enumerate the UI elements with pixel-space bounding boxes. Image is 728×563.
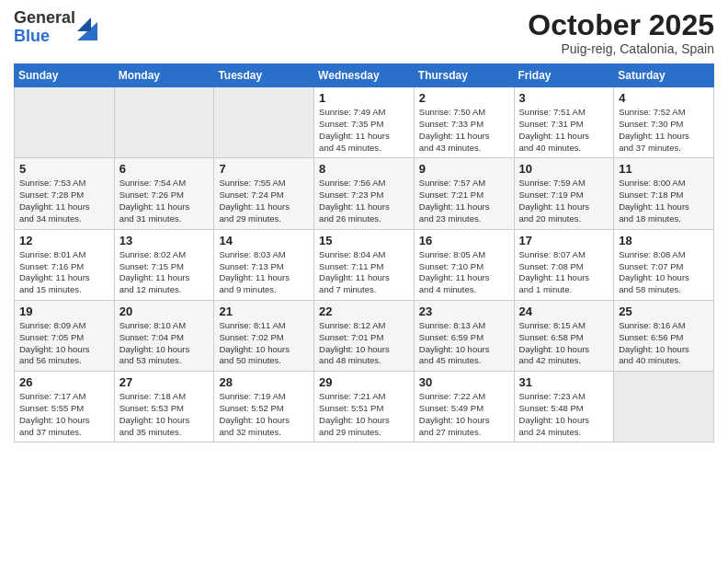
- day-number: 19: [19, 304, 109, 318]
- day-detail: Sunrise: 7:55 AMSunset: 7:24 PMDaylight:…: [219, 178, 309, 224]
- calendar-day-15: 15Sunrise: 8:04 AMSunset: 7:11 PMDayligh…: [314, 229, 415, 300]
- calendar-day-3: 3Sunrise: 7:51 AMSunset: 7:31 PMDaylight…: [514, 87, 614, 158]
- location: Puig-reig, Catalonia, Spain: [528, 41, 714, 56]
- calendar-day-16: 16Sunrise: 8:05 AMSunset: 7:10 PMDayligh…: [414, 229, 514, 300]
- day-number: 16: [419, 234, 509, 247]
- day-number: 15: [319, 234, 409, 247]
- weekday-header-sunday: Sunday: [15, 64, 115, 87]
- day-detail: Sunrise: 7:50 AMSunset: 7:33 PMDaylight:…: [419, 107, 509, 154]
- calendar-day-30: 30Sunrise: 7:22 AMSunset: 5:49 PMDayligh…: [414, 372, 514, 442]
- day-number: 3: [519, 91, 609, 105]
- header: General Blue October 2025 Puig-reig, Cat…: [14, 9, 714, 56]
- day-number: 11: [619, 162, 709, 176]
- calendar-day-7: 7Sunrise: 7:55 AMSunset: 7:24 PMDaylight…: [214, 158, 314, 229]
- calendar-day-11: 11Sunrise: 8:00 AMSunset: 7:18 PMDayligh…: [614, 158, 714, 229]
- weekday-header-thursday: Thursday: [414, 64, 514, 87]
- day-detail: Sunrise: 8:03 AMSunset: 7:13 PMDaylight:…: [219, 249, 309, 296]
- day-detail: Sunrise: 7:22 AMSunset: 5:49 PMDaylight:…: [419, 391, 509, 438]
- day-number: 7: [219, 162, 309, 176]
- day-detail: Sunrise: 7:23 AMSunset: 5:48 PMDaylight:…: [519, 391, 609, 438]
- calendar-day-9: 9Sunrise: 7:57 AMSunset: 7:21 PMDaylight…: [414, 158, 514, 229]
- day-number: 22: [319, 304, 409, 318]
- day-detail: Sunrise: 7:17 AMSunset: 5:55 PMDaylight:…: [19, 391, 109, 438]
- day-number: 28: [219, 375, 309, 389]
- calendar-day-24: 24Sunrise: 8:15 AMSunset: 6:58 PMDayligh…: [514, 300, 614, 371]
- day-number: 4: [619, 91, 709, 105]
- day-number: 26: [19, 375, 109, 389]
- day-number: 27: [119, 375, 210, 389]
- day-number: 31: [519, 375, 609, 389]
- calendar-day-17: 17Sunrise: 8:07 AMSunset: 7:08 PMDayligh…: [514, 229, 614, 300]
- month-title: October 2025: [528, 9, 714, 41]
- day-detail: Sunrise: 7:51 AMSunset: 7:31 PMDaylight:…: [519, 107, 609, 154]
- day-detail: Sunrise: 8:08 AMSunset: 7:07 PMDaylight:…: [619, 249, 709, 296]
- logo-text: General Blue: [14, 9, 75, 46]
- calendar-day-14: 14Sunrise: 8:03 AMSunset: 7:13 PMDayligh…: [214, 229, 314, 300]
- calendar-day-10: 10Sunrise: 7:59 AMSunset: 7:19 PMDayligh…: [514, 158, 614, 229]
- calendar-day-13: 13Sunrise: 8:02 AMSunset: 7:15 PMDayligh…: [114, 229, 214, 300]
- day-number: 18: [619, 234, 709, 247]
- day-detail: Sunrise: 7:52 AMSunset: 7:30 PMDaylight:…: [619, 107, 709, 154]
- day-detail: Sunrise: 7:49 AMSunset: 7:35 PMDaylight:…: [319, 107, 409, 154]
- title-block: October 2025 Puig-reig, Catalonia, Spain: [528, 9, 714, 56]
- calendar-day-8: 8Sunrise: 7:56 AMSunset: 7:23 PMDaylight…: [314, 158, 415, 229]
- page-container: General Blue October 2025 Puig-reig, Cat…: [0, 0, 728, 452]
- day-detail: Sunrise: 8:02 AMSunset: 7:15 PMDaylight:…: [119, 249, 210, 296]
- day-number: 12: [19, 234, 109, 247]
- calendar-day-31: 31Sunrise: 7:23 AMSunset: 5:48 PMDayligh…: [514, 372, 614, 442]
- calendar-week-row: 19Sunrise: 8:09 AMSunset: 7:05 PMDayligh…: [15, 300, 714, 371]
- day-number: 30: [419, 375, 509, 389]
- calendar-day-27: 27Sunrise: 7:18 AMSunset: 5:53 PMDayligh…: [114, 372, 214, 442]
- calendar-day-1: 1Sunrise: 7:49 AMSunset: 7:35 PMDaylight…: [314, 87, 415, 158]
- calendar-day-21: 21Sunrise: 8:11 AMSunset: 7:02 PMDayligh…: [214, 300, 314, 371]
- day-detail: Sunrise: 8:04 AMSunset: 7:11 PMDaylight:…: [319, 249, 409, 296]
- calendar-day-22: 22Sunrise: 8:12 AMSunset: 7:01 PMDayligh…: [314, 300, 415, 371]
- calendar-week-row: 1Sunrise: 7:49 AMSunset: 7:35 PMDaylight…: [15, 87, 714, 158]
- day-detail: Sunrise: 8:11 AMSunset: 7:02 PMDaylight:…: [219, 320, 309, 367]
- empty-day-cell: [614, 372, 714, 442]
- calendar-day-20: 20Sunrise: 8:10 AMSunset: 7:04 PMDayligh…: [114, 300, 214, 371]
- day-number: 14: [219, 234, 309, 247]
- day-detail: Sunrise: 7:59 AMSunset: 7:19 PMDaylight:…: [519, 178, 609, 224]
- weekday-header-friday: Friday: [514, 64, 614, 87]
- day-detail: Sunrise: 7:21 AMSunset: 5:51 PMDaylight:…: [319, 391, 409, 438]
- day-number: 20: [119, 304, 210, 318]
- calendar-day-19: 19Sunrise: 8:09 AMSunset: 7:05 PMDayligh…: [15, 300, 115, 371]
- day-number: 24: [519, 304, 609, 318]
- day-detail: Sunrise: 7:57 AMSunset: 7:21 PMDaylight:…: [419, 178, 509, 224]
- day-detail: Sunrise: 8:16 AMSunset: 6:56 PMDaylight:…: [619, 320, 709, 367]
- day-detail: Sunrise: 8:09 AMSunset: 7:05 PMDaylight:…: [19, 320, 109, 367]
- day-detail: Sunrise: 8:15 AMSunset: 6:58 PMDaylight:…: [519, 320, 609, 367]
- day-number: 23: [419, 304, 509, 318]
- logo: General Blue: [14, 9, 97, 46]
- day-detail: Sunrise: 8:10 AMSunset: 7:04 PMDaylight:…: [119, 320, 210, 367]
- day-number: 6: [119, 162, 210, 176]
- logo-icon: [77, 13, 97, 40]
- calendar-day-28: 28Sunrise: 7:19 AMSunset: 5:52 PMDayligh…: [214, 372, 314, 442]
- day-detail: Sunrise: 7:54 AMSunset: 7:26 PMDaylight:…: [119, 178, 210, 224]
- day-number: 17: [519, 234, 609, 247]
- day-detail: Sunrise: 8:12 AMSunset: 7:01 PMDaylight:…: [319, 320, 409, 367]
- calendar-day-18: 18Sunrise: 8:08 AMSunset: 7:07 PMDayligh…: [614, 229, 714, 300]
- weekday-header-row: SundayMondayTuesdayWednesdayThursdayFrid…: [15, 64, 714, 87]
- empty-day-cell: [15, 87, 115, 158]
- empty-day-cell: [114, 87, 214, 158]
- calendar-day-26: 26Sunrise: 7:17 AMSunset: 5:55 PMDayligh…: [15, 372, 115, 442]
- day-detail: Sunrise: 8:13 AMSunset: 6:59 PMDaylight:…: [419, 320, 509, 367]
- logo-general: General: [14, 9, 75, 28]
- calendar-day-6: 6Sunrise: 7:54 AMSunset: 7:26 PMDaylight…: [114, 158, 214, 229]
- day-detail: Sunrise: 8:00 AMSunset: 7:18 PMDaylight:…: [619, 178, 709, 224]
- calendar-day-25: 25Sunrise: 8:16 AMSunset: 6:56 PMDayligh…: [614, 300, 714, 371]
- calendar-table: SundayMondayTuesdayWednesdayThursdayFrid…: [14, 63, 714, 442]
- day-detail: Sunrise: 7:53 AMSunset: 7:28 PMDaylight:…: [19, 178, 109, 224]
- day-number: 8: [319, 162, 409, 176]
- day-detail: Sunrise: 8:07 AMSunset: 7:08 PMDaylight:…: [519, 249, 609, 296]
- day-detail: Sunrise: 7:56 AMSunset: 7:23 PMDaylight:…: [319, 178, 409, 224]
- svg-marker-1: [77, 17, 91, 31]
- calendar-day-23: 23Sunrise: 8:13 AMSunset: 6:59 PMDayligh…: [414, 300, 514, 371]
- weekday-header-wednesday: Wednesday: [314, 64, 415, 87]
- day-detail: Sunrise: 7:19 AMSunset: 5:52 PMDaylight:…: [219, 391, 309, 438]
- day-number: 5: [19, 162, 109, 176]
- day-number: 25: [619, 304, 709, 318]
- calendar-week-row: 5Sunrise: 7:53 AMSunset: 7:28 PMDaylight…: [15, 158, 714, 229]
